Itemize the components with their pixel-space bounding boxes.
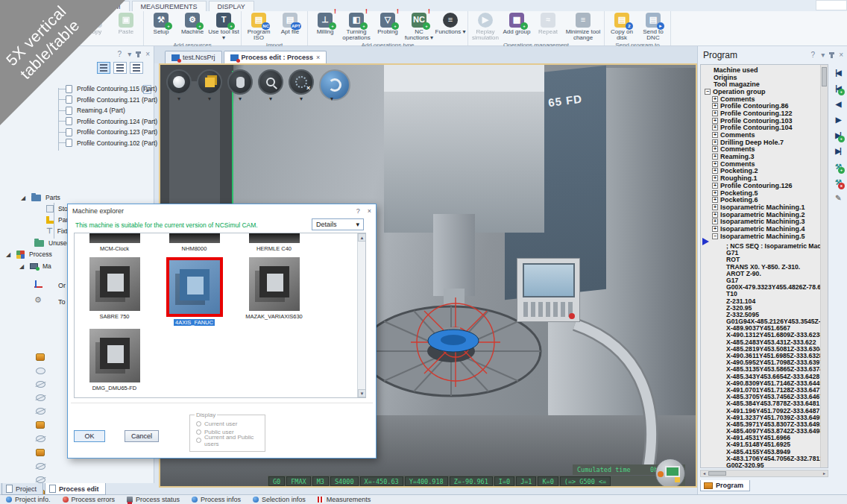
expander-icon[interactable]: ◢	[6, 251, 12, 258]
chevron-down-icon[interactable]: ▾	[127, 50, 131, 58]
ribbon-button[interactable]: ▤2 Copy on disk	[606, 11, 637, 42]
visibility-toggle-icon[interactable]	[36, 408, 45, 415]
NHM8000[interactable]: NHM8000	[154, 233, 234, 252]
gcode-line[interactable]: Z-320.95	[701, 304, 820, 311]
window-search-box[interactable]	[816, 0, 847, 10]
tree-item-machine[interactable]: ◢ Ma	[0, 261, 51, 271]
detail-view-button[interactable]	[113, 62, 127, 74]
play-backward-button[interactable]: ◀	[836, 100, 840, 109]
expand-toggle-icon[interactable]: +	[712, 132, 718, 138]
expander-icon[interactable]: ◢	[19, 263, 25, 270]
expand-toggle-icon[interactable]: +	[712, 161, 718, 167]
gcode-line[interactable]: X-485.2483Y453.431Z-333.622	[701, 338, 820, 345]
gcode-line[interactable]: T10	[701, 290, 820, 297]
expand-toggle-icon[interactable]: +	[712, 139, 718, 145]
expand-toggle-icon[interactable]: +	[712, 118, 718, 124]
tree-item[interactable]: Profile Contouring.124 (Part)	[0, 116, 154, 127]
tree-item-process[interactable]: ◢ Process	[0, 249, 52, 259]
scroll-up-icon[interactable]: ▲	[358, 233, 366, 242]
remove-from-simulation-button[interactable]: ⚒ x	[835, 178, 840, 187]
machine-status-button[interactable]	[655, 459, 685, 488]
expand-toggle-icon[interactable]: −	[712, 233, 718, 239]
visibility-toggle-icon[interactable]	[36, 381, 45, 388]
expand-toggle-icon[interactable]: +	[712, 154, 718, 160]
gcode-line[interactable]: X-490.3611Y451.6985Z-333.6328	[701, 352, 820, 359]
status-bar-item[interactable]: Project info.	[6, 496, 51, 503]
ribbon-tab[interactable]: MEASUREMENTS	[132, 1, 207, 11]
tree-item[interactable]: Profile Contouring.123 (Part)	[0, 127, 154, 138]
hud-zoom-button[interactable]	[258, 69, 283, 95]
pin-icon[interactable]	[831, 52, 833, 58]
gcode-line[interactable]: X-485.3705Y453.7456Z-333.6467	[701, 393, 820, 400]
program-tree-item[interactable]: − Isoparametric Machining.5	[701, 233, 820, 240]
display-option-radio[interactable]: Current user	[196, 420, 265, 428]
gcode-line[interactable]: Z-332.5095	[701, 311, 820, 318]
program-tree-item[interactable]: Tool magazine	[701, 81, 820, 88]
expand-toggle-icon[interactable]: +	[712, 125, 718, 130]
visibility-toggle-icon[interactable]	[36, 476, 45, 483]
program-tree-item[interactable]: Machine used	[701, 66, 820, 74]
gcode-line[interactable]: ROT	[701, 256, 820, 262]
compact-view-button[interactable]	[130, 62, 143, 74]
gcode-line[interactable]: Z-231.104	[701, 297, 820, 304]
visibility-toggle-icon[interactable]	[36, 368, 45, 374]
pin-icon[interactable]	[137, 51, 139, 57]
origins-axis-icon[interactable]	[34, 280, 43, 289]
program-tree-item[interactable]: − Operation group	[701, 88, 820, 95]
tree-item-fixture[interactable]: ⊤ Fixture	[0, 226, 77, 236]
program-tree-item[interactable]: + Isoparametric Machining.1	[701, 204, 820, 211]
expand-toggle-icon[interactable]: +	[712, 168, 718, 174]
hud-stock-view-button[interactable]	[227, 69, 253, 95]
hud-shaded-view-button[interactable]	[197, 69, 222, 95]
dialog-cancel-button[interactable]: Cancel	[125, 430, 159, 442]
program-tree-item[interactable]: + Isoparametric Machining.3	[701, 218, 820, 225]
ribbon-button[interactable]: ⚙+ Machine	[177, 11, 208, 35]
ribbon-button[interactable]: ◧+! Turning operations	[341, 11, 372, 42]
program-vertical-scrollbar[interactable]	[820, 65, 828, 467]
add-to-simulation-button[interactable]: ⚒ +	[835, 163, 840, 171]
status-bar-item[interactable]: Process infos	[192, 496, 241, 503]
next-operation-button[interactable]: ▶| +	[835, 131, 840, 140]
expand-toggle-icon[interactable]: +	[712, 212, 718, 218]
tree-item[interactable]: Profile Contouring.102 (Part)	[0, 138, 154, 149]
gcode-line[interactable]: X-483.1706Y454.7056Z-332.7812	[701, 455, 820, 462]
program-tree-item[interactable]: + Comments	[701, 160, 820, 168]
ribbon-button[interactable]: ≡ Functions ▾	[435, 11, 466, 35]
program-tree-item[interactable]: + Profile Contouring.104	[701, 125, 820, 132]
gcode-line[interactable]: TRANS X0. Y-850. Z-310.	[701, 263, 820, 270]
close-icon[interactable]: ×	[839, 51, 843, 59]
document-tab[interactable]: test.NcsPrj	[165, 51, 222, 63]
visibility-toggle-icon[interactable]	[36, 435, 45, 442]
status-bar-item[interactable]: Measurements	[318, 496, 371, 503]
hud-selection-button[interactable]	[289, 69, 314, 95]
measure-button[interactable]: ✎	[835, 194, 840, 203]
ribbon-button[interactable]: ▤APT Apt file	[274, 11, 306, 35]
gcode-line[interactable]: G17	[701, 277, 820, 283]
program-tree-item[interactable]: + Isoparametric Machining.4	[701, 225, 820, 233]
gcode-line[interactable]: X-490.8309Y451.7146Z-333.6445	[701, 379, 820, 386]
expand-toggle-icon[interactable]: −	[705, 89, 711, 95]
workspace-tab[interactable]: Project	[1, 483, 43, 495]
ribbon-button[interactable]: ▤► Send to DNC	[637, 11, 669, 42]
gcode-line[interactable]: X-490.5952Y451.7098Z-333.6397	[701, 359, 820, 365]
dialog-title-bar[interactable]: Machine explorer ? ×	[68, 204, 376, 218]
gcode-line[interactable]: ; NCS SEQ : Isoparametric Machini	[701, 242, 820, 249]
hud-refresh-button[interactable]	[319, 69, 350, 101]
expand-toggle-icon[interactable]: +	[712, 226, 718, 232]
program-tree-item[interactable]: + Profile Contouring.86	[701, 102, 820, 110]
4AXIS_FANUC[interactable]: 4AXIS_FANUC	[154, 257, 234, 326]
scroll-right-icon[interactable]: ▸	[821, 470, 828, 476]
gcode-line[interactable]: X-485.343Y453.6654Z-333.6428	[701, 373, 820, 379]
program-horizontal-scrollbar[interactable]: ◂ ▸	[700, 470, 828, 477]
program-tree-item[interactable]: + Comments	[701, 146, 820, 154]
previous-operation-button[interactable]: |◀ +	[835, 84, 840, 93]
status-bar-item[interactable]: Process status	[127, 496, 180, 503]
gcode-line[interactable]: X-491.5148Y451.6925	[701, 441, 820, 447]
gcode-line[interactable]: X-490.1312Y451.6809Z-333.6238	[701, 331, 820, 338]
gcode-line[interactable]: X-491.3237Y451.7039Z-333.6495	[701, 414, 820, 420]
program-content[interactable]: Machine used Origins Tool magazine − Ope…	[700, 64, 828, 468]
DMG_DMU65-FD[interactable]: DMG_DMU65-FD	[75, 329, 154, 391]
gcode-line[interactable]: X-485.384Y453.7878Z-333.6481	[701, 400, 820, 406]
machine-list-scrollbar[interactable]: ▲ ▼	[357, 233, 365, 397]
ok-button[interactable]: OK	[74, 430, 105, 442]
